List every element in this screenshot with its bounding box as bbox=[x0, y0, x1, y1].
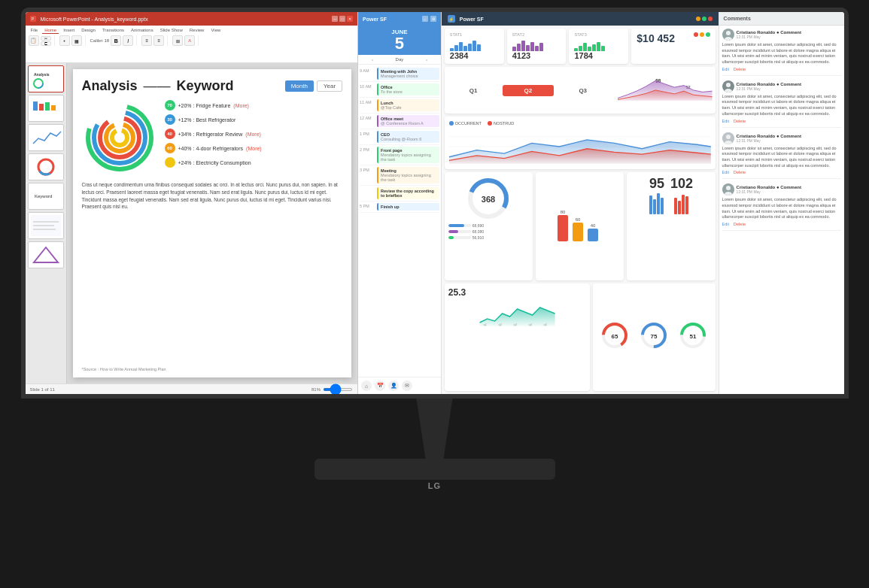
cal-people-icon[interactable]: 👤 bbox=[388, 380, 399, 391]
cal-event-lunch[interactable]: Lunch @Top Cafe bbox=[377, 99, 439, 111]
svg-rect-47 bbox=[685, 196, 688, 214]
dash-close-btn[interactable] bbox=[708, 17, 713, 21]
slide-thumb-1[interactable]: Analysis bbox=[28, 65, 64, 92]
paste-btn[interactable]: 📋 bbox=[29, 35, 39, 46]
cal-current-view: Day bbox=[396, 57, 404, 62]
area-chart-inline: 98 52 bbox=[618, 70, 713, 111]
cal-settings-icon[interactable]: ⚙ bbox=[430, 16, 436, 22]
cal-next-btn[interactable]: › bbox=[426, 57, 427, 62]
slide-thumb-7[interactable] bbox=[28, 241, 64, 268]
cal-home-icon[interactable]: ⌂ bbox=[361, 380, 372, 391]
quarter-tabs: Q1 Q2 Q3 98 52 bbox=[445, 67, 716, 114]
svg-text:q4: q4 bbox=[528, 323, 532, 326]
cal-event-frontpage[interactable]: Front page Mendatory topics assigning th… bbox=[377, 147, 439, 163]
align-left-btn[interactable]: ≡ bbox=[141, 35, 152, 46]
comment-delete-3[interactable]: Delete bbox=[734, 170, 746, 174]
comment-delete-4[interactable]: Delete bbox=[734, 222, 746, 226]
slide-thumb-3[interactable] bbox=[28, 124, 64, 151]
comment-user-info-1: Cristiano Ronaldo ● Comment 12:31 PM May bbox=[737, 30, 801, 39]
comment-user-info-4: Cristiano Ronaldo ● Comment 12:31 PM May bbox=[737, 185, 801, 194]
slide-thumb-2[interactable] bbox=[28, 95, 64, 122]
cal-search-icon[interactable]: ⌕ bbox=[422, 16, 428, 22]
cut-btn[interactable]: ✂ bbox=[41, 36, 51, 41]
ppt-ribbon: File Home Insert Design Transitions Anim… bbox=[26, 26, 358, 63]
dash-minimize-btn[interactable] bbox=[696, 17, 700, 21]
ppt-tab-animations[interactable]: Animations bbox=[129, 27, 156, 34]
ppt-tab-design[interactable]: Design bbox=[79, 27, 98, 34]
stat-more-1[interactable]: (More) bbox=[233, 103, 249, 108]
ppt-tab-insert[interactable]: Insert bbox=[61, 27, 77, 34]
comment-delete-1[interactable]: Delete bbox=[734, 67, 746, 71]
layout-btn[interactable]: ▦ bbox=[71, 35, 82, 46]
cal-events-list: 9 AM Meeting with John Management choice… bbox=[358, 65, 441, 377]
stat-more-3[interactable]: (More) bbox=[245, 132, 261, 137]
italic-btn[interactable]: I bbox=[123, 35, 133, 46]
comment-edit-3[interactable]: Edit bbox=[722, 170, 729, 174]
year-button[interactable]: Year bbox=[317, 80, 342, 92]
q3-tab[interactable]: Q3 bbox=[557, 85, 609, 96]
bold-btn[interactable]: B bbox=[111, 35, 121, 46]
ppt-tab-view[interactable]: View bbox=[208, 27, 223, 34]
svg-rect-17 bbox=[33, 225, 54, 226]
font-name[interactable]: Calibri bbox=[90, 38, 103, 43]
slide-thumb-6[interactable] bbox=[28, 212, 64, 239]
cal-event-meeting[interactable]: Meeting Mendatory topics assigning the t… bbox=[377, 167, 439, 183]
cal-mail-icon[interactable]: ✉ bbox=[402, 380, 412, 391]
ppt-minimize-btn[interactable]: — bbox=[332, 16, 338, 22]
font-size[interactable]: 18 bbox=[105, 38, 110, 43]
ppt-maximize-btn[interactable]: □ bbox=[339, 16, 345, 22]
comment-edit-1[interactable]: Edit bbox=[722, 67, 729, 71]
dash-maximize-btn[interactable] bbox=[702, 17, 706, 21]
copy-btn[interactable]: ⊏ bbox=[41, 41, 51, 46]
comment-delete-2[interactable]: Delete bbox=[734, 119, 746, 123]
svg-point-66 bbox=[726, 83, 731, 87]
cal-event-meeting-john[interactable]: Meeting with John Management choice bbox=[377, 68, 439, 80]
comment-time-2: 12:31 PM May bbox=[737, 86, 801, 91]
stat-label-2: STAT2 bbox=[512, 32, 561, 37]
ppt-tab-transitions[interactable]: Transitions bbox=[100, 27, 126, 34]
ppt-close-btn[interactable]: ✕ bbox=[347, 16, 353, 22]
align-center-btn[interactable]: ≡ bbox=[153, 35, 164, 46]
cal-calendar-icon[interactable]: 📅 bbox=[375, 380, 385, 391]
mini-bar-1-3 bbox=[459, 42, 463, 51]
slide-thumb-4[interactable] bbox=[28, 153, 64, 180]
comment-edit-2[interactable]: Edit bbox=[722, 119, 729, 123]
comment-edit-4[interactable]: Edit bbox=[722, 222, 729, 226]
comment-body-3: Lorem ipsum dolor sit amet, consectetur … bbox=[722, 146, 841, 169]
cal-time-9am: 9 AM bbox=[360, 68, 375, 80]
gauge-svg: 368 bbox=[466, 176, 511, 221]
ppt-tab-file[interactable]: File bbox=[29, 27, 41, 34]
new-slide-btn[interactable]: + bbox=[59, 35, 70, 46]
ppt-workspace: Analysis bbox=[26, 63, 358, 383]
zoom-slider[interactable] bbox=[323, 388, 353, 391]
ppt-window-controls[interactable]: — □ ✕ bbox=[332, 16, 353, 22]
circle-75: 75 bbox=[640, 321, 668, 353]
ppt-tab-home[interactable]: Home bbox=[42, 27, 59, 34]
q1-tab[interactable]: Q1 bbox=[448, 85, 500, 96]
arrange-btn[interactable]: ⊞ bbox=[172, 35, 183, 46]
cal-time-12pm: 12 AM bbox=[360, 115, 375, 127]
month-button[interactable]: Month bbox=[285, 80, 314, 92]
cal-event-office-meet[interactable]: Office meet @ Conference Room A bbox=[377, 115, 439, 127]
mini-bar-chart-102 bbox=[674, 192, 689, 214]
q2-tab[interactable]: Q2 bbox=[503, 85, 555, 96]
slide-thumb-5[interactable]: Keyword bbox=[28, 183, 64, 210]
shape-fill-btn[interactable]: A bbox=[184, 35, 195, 46]
stat-more-4[interactable]: (More) bbox=[246, 146, 262, 151]
stat-value-1: 2384 bbox=[450, 51, 499, 60]
cal-bottom-icons: ⌂ 📅 👤 ✉ bbox=[358, 377, 441, 394]
cal-event-title-8: Review the copy according to briefbox bbox=[381, 189, 437, 198]
cal-event-review[interactable]: Review the copy according to briefbox bbox=[377, 187, 439, 199]
cal-event-ceo[interactable]: CEO Consulting @-Room 6 bbox=[377, 131, 439, 143]
comments-header: Comments bbox=[719, 12, 844, 26]
cal-prev-btn[interactable]: ‹ bbox=[372, 57, 373, 62]
slide-preview-2-icon bbox=[31, 98, 61, 119]
ppt-tab-review[interactable]: Review bbox=[187, 27, 207, 34]
calendar-panel: Power SF ⌕ ⚙ JUNE 5 ‹ Day › bbox=[358, 12, 442, 394]
svg-text:51: 51 bbox=[690, 333, 697, 340]
cal-event-finish[interactable]: Finish up bbox=[377, 203, 439, 211]
ribbon-group-slides: + ▦ bbox=[59, 35, 86, 46]
ppt-tab-slideshow[interactable]: Slide Show bbox=[158, 27, 185, 34]
svg-text:Keyword: Keyword bbox=[35, 194, 52, 199]
cal-event-office[interactable]: Office To the store bbox=[377, 83, 439, 95]
